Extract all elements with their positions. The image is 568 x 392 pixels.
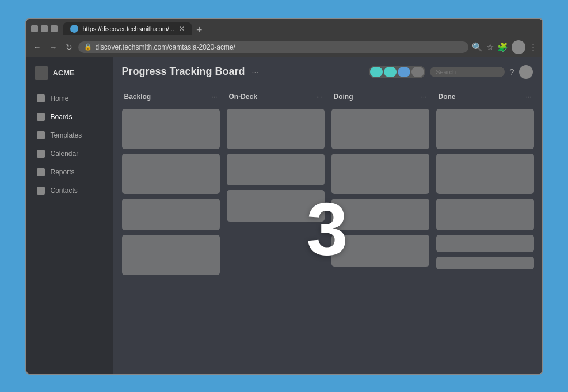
column-dots-backlog[interactable]: ··· xyxy=(211,93,217,101)
card[interactable] xyxy=(436,235,534,252)
new-tab-button[interactable]: + xyxy=(193,25,206,35)
app-user-avatar[interactable] xyxy=(519,65,533,79)
templates-icon xyxy=(37,131,45,139)
bookmark-star-icon[interactable]: ☆ xyxy=(486,42,494,52)
sidebar-item-home[interactable]: Home xyxy=(29,90,110,107)
sidebar-nav: Home Boards Templates Calendar Reports xyxy=(26,89,113,200)
toggle-btn-2[interactable] xyxy=(384,67,397,77)
column-done: Done ··· xyxy=(436,89,534,364)
card[interactable] xyxy=(436,257,534,269)
card[interactable] xyxy=(331,109,429,149)
minimize-button[interactable] xyxy=(31,25,38,32)
window-controls xyxy=(31,25,58,32)
sidebar-reports-label: Reports xyxy=(51,168,75,176)
column-title-backlog: Backlog xyxy=(124,93,151,101)
browser-chrome: https://discover.techsmith.com/... ✕ + xyxy=(26,19,542,37)
tab-bar: https://discover.techsmith.com/... ✕ + xyxy=(63,22,206,35)
toolbar-right: 🔍 ☆ 🧩 ⋮ xyxy=(472,40,537,54)
board-wrapper: Backlog ··· On-Deck ··· xyxy=(113,85,542,374)
toggle-btn-3[interactable] xyxy=(398,67,410,77)
contacts-icon xyxy=(37,187,45,195)
board-area: Backlog ··· On-Deck ··· xyxy=(113,85,542,374)
browser-window: https://discover.techsmith.com/... ✕ + ←… xyxy=(25,18,543,375)
browser-menu-icon[interactable]: ⋮ xyxy=(529,42,537,52)
sidebar-home-label: Home xyxy=(51,94,69,102)
reports-icon xyxy=(37,168,45,176)
page-menu-dots[interactable]: ··· xyxy=(252,67,259,77)
forward-button[interactable]: → xyxy=(47,41,60,53)
card[interactable] xyxy=(331,154,429,194)
sidebar: ACME Home Boards Templates Calendar xyxy=(26,57,113,374)
boards-icon xyxy=(37,113,45,121)
back-button[interactable]: ← xyxy=(31,41,44,53)
home-icon xyxy=(37,94,45,102)
user-avatar[interactable] xyxy=(512,40,525,54)
help-button[interactable]: ? xyxy=(509,67,514,77)
column-title-on-deck: On-Deck xyxy=(229,93,257,101)
page-header: Progress Tracking Board ··· ? xyxy=(113,57,542,85)
card[interactable] xyxy=(122,199,220,230)
tab-close-icon[interactable]: ✕ xyxy=(179,25,185,33)
close-button[interactable] xyxy=(51,25,58,32)
tab-label: https://discover.techsmith.com/... xyxy=(83,25,175,32)
titlebar: https://discover.techsmith.com/... ✕ + xyxy=(31,22,537,35)
card[interactable] xyxy=(122,109,220,149)
sidebar-item-reports[interactable]: Reports xyxy=(29,163,110,181)
address-text: discover.techsmith.com/camtasia-2020-acm… xyxy=(96,43,235,51)
column-backlog: Backlog ··· xyxy=(122,89,220,364)
card[interactable] xyxy=(436,109,534,149)
sidebar-logo: ACME xyxy=(26,62,113,89)
tab-favicon xyxy=(70,25,78,33)
view-toggle-group xyxy=(369,66,425,78)
sidebar-item-boards[interactable]: Boards xyxy=(29,108,110,125)
sidebar-boards-label: Boards xyxy=(51,113,73,121)
card[interactable] xyxy=(331,235,429,267)
sidebar-item-contacts[interactable]: Contacts xyxy=(29,182,110,199)
card[interactable] xyxy=(436,199,534,230)
column-dots-doing[interactable]: ··· xyxy=(421,93,426,101)
toggle-btn-1[interactable] xyxy=(370,67,383,77)
card[interactable] xyxy=(227,190,325,222)
refresh-button[interactable]: ↻ xyxy=(63,41,75,53)
column-dots-done[interactable]: ··· xyxy=(525,93,531,101)
card[interactable] xyxy=(436,154,534,194)
card[interactable] xyxy=(122,154,220,194)
card[interactable] xyxy=(227,154,325,185)
main-content: Progress Tracking Board ··· ? xyxy=(113,57,542,374)
extension-icon[interactable]: 🧩 xyxy=(497,42,508,52)
column-header-doing: Doing ··· xyxy=(331,89,429,104)
column-title-doing: Doing xyxy=(334,93,353,101)
column-header-backlog: Backlog ··· xyxy=(122,89,220,104)
address-bar[interactable]: 🔒 discover.techsmith.com/camtasia-2020-a… xyxy=(78,41,468,53)
logo-icon xyxy=(35,66,48,80)
column-header-done: Done ··· xyxy=(436,89,534,104)
maximize-button[interactable] xyxy=(41,25,48,32)
sidebar-calendar-label: Calendar xyxy=(51,150,79,158)
column-title-done: Done xyxy=(439,93,456,101)
toggle-btn-4[interactable] xyxy=(411,67,424,77)
header-right: ? xyxy=(369,65,532,79)
lock-icon: 🔒 xyxy=(84,43,92,51)
sidebar-templates-label: Templates xyxy=(51,131,82,139)
calendar-icon xyxy=(37,150,45,158)
browser-tab-active[interactable]: https://discover.techsmith.com/... ✕ xyxy=(63,22,192,35)
app-container: ACME Home Boards Templates Calendar xyxy=(26,57,542,374)
sidebar-item-calendar[interactable]: Calendar xyxy=(29,145,110,162)
card[interactable] xyxy=(122,235,220,275)
card[interactable] xyxy=(331,199,429,230)
header-search-input[interactable] xyxy=(430,67,505,77)
column-dots-on-deck[interactable]: ··· xyxy=(316,93,322,101)
search-icon[interactable]: 🔍 xyxy=(472,42,483,52)
browser-toolbar: ← → ↻ 🔒 discover.techsmith.com/camtasia-… xyxy=(26,37,542,57)
card[interactable] xyxy=(227,109,325,149)
column-doing: Doing ··· xyxy=(331,89,429,364)
page-title: Progress Tracking Board xyxy=(122,66,245,78)
column-on-deck: On-Deck ··· xyxy=(227,89,325,364)
sidebar-item-templates[interactable]: Templates xyxy=(29,127,110,144)
logo-text: ACME xyxy=(53,68,75,77)
column-header-on-deck: On-Deck ··· xyxy=(227,89,325,104)
sidebar-contacts-label: Contacts xyxy=(51,187,78,195)
